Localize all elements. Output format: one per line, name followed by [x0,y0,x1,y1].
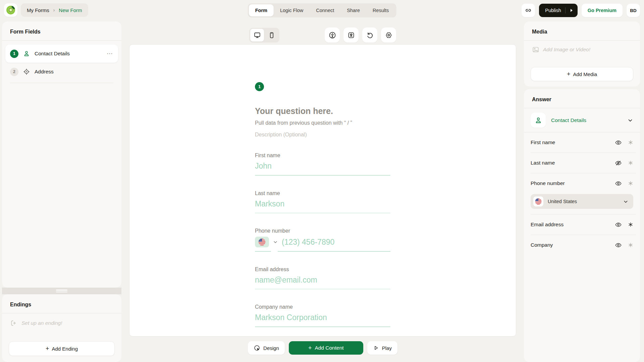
tab-connect[interactable]: Connect [310,4,340,16]
tab-share[interactable]: Share [340,4,366,16]
target-icon [23,68,30,75]
last-name-field: Last name Markson [255,190,390,214]
breadcrumb: My Forms › New Form [21,3,88,17]
email-field: Email address name@email.com [255,266,390,290]
answer-panel: Answer Contact Details First name [524,89,640,362]
field-label: Company name [255,304,390,310]
sidebar-item-label: Contact Details [35,51,102,57]
undo-button[interactable] [362,27,377,43]
person-icon [531,113,546,128]
last-name-input[interactable]: Markson [255,199,390,208]
breadcrumb-my-forms[interactable]: My Forms [27,7,49,13]
visibility-eye-icon[interactable] [615,180,622,187]
plus-icon: + [567,71,571,77]
settings-nut-icon [385,31,393,39]
accessibility-button[interactable] [325,27,340,43]
country-select-dropdown[interactable]: United States [531,194,633,209]
visibility-eye-icon[interactable] [615,242,622,249]
required-asterisk-icon[interactable] [628,160,633,166]
answer-title: Answer [524,89,640,108]
go-premium-button[interactable]: Go Premium [582,4,623,17]
required-asterisk-icon[interactable] [628,242,633,248]
sidebar-item-contact-details[interactable]: 1 Contact Details ⋯ [5,45,118,63]
phone-input[interactable]: (123) 456-7890 [282,238,334,247]
plus-icon: + [308,345,312,351]
required-asterisk-icon[interactable] [628,140,633,145]
kiwi-logo-icon [6,5,16,15]
desktop-view-button[interactable] [250,29,264,42]
visibility-eye-off-icon[interactable] [615,160,622,167]
question-title-input[interactable]: Your question here. [255,106,390,116]
smartphone-icon [268,32,275,39]
endings-empty-text: Set up an ending! [21,320,62,326]
add-media-label: Add Media [573,71,597,77]
monitor-icon [254,32,261,39]
top-bar: My Forms › New Form Form Logic Flow Conn… [0,0,644,21]
publish-button[interactable]: Publish [539,4,578,17]
form-fields-panel: Form Fields 1 Contact Details ⋯ 2 [2,21,121,288]
visibility-eye-icon[interactable] [615,221,622,228]
copy-link-button[interactable] [522,4,535,17]
endings-title: Endings [2,294,121,313]
plus-icon: + [46,346,49,352]
email-input[interactable]: name@email.com [255,276,390,285]
question-number-badge: 1 [255,82,264,91]
visibility-eye-icon[interactable] [615,139,622,146]
sidebar-item-address[interactable]: 2 Address [5,63,118,81]
input-underline [255,175,390,176]
tab-form[interactable]: Form [249,4,274,16]
design-button[interactable]: Design [248,341,285,355]
company-input[interactable]: Markson Corporation [255,313,390,322]
play-icon [373,345,379,351]
translate-button[interactable] [343,27,359,43]
play-button[interactable]: Play [367,341,397,355]
input-underline [255,326,390,327]
add-ending-label: Add Ending [52,346,78,352]
endings-panel: Endings Set up an ending! + Add Ending [2,294,121,362]
design-icon [254,345,260,351]
main-nav-tabs: Form Logic Flow Connect Share Results [248,3,396,17]
mobile-view-button[interactable] [265,29,278,42]
settings-button[interactable] [381,27,396,43]
undo-icon [366,31,374,39]
design-label: Design [263,345,279,351]
answer-row-label: Phone number [531,180,615,186]
answer-row-company: Company [524,235,640,255]
media-empty-text: Add Image or Video! [543,47,590,53]
translate-icon [347,31,355,39]
input-underline [255,289,390,290]
left-sidebar: Form Fields 1 Contact Details ⋯ 2 [2,21,121,362]
chevron-down-icon [627,117,633,123]
field-label: Phone number [255,228,390,234]
us-flag-icon [258,238,266,246]
add-media-button[interactable]: + Add Media [531,67,633,81]
user-avatar[interactable]: BD [627,4,640,17]
country-flag-button[interactable] [255,237,269,247]
question-hint-text: Pull data from previous question with “ … [255,120,390,126]
device-toggle [249,28,279,43]
app-logo[interactable] [4,3,17,17]
add-ending-button[interactable]: + Add Ending [9,341,115,356]
question-description-input[interactable]: Description (Optional) [255,132,390,138]
required-asterisk-icon[interactable] [628,181,633,186]
media-panel: Media Add Image or Video! + Add Media [524,21,640,86]
answer-block-contact-details[interactable]: Contact Details [524,108,640,132]
answer-row-label: Email address [531,222,615,228]
person-icon [23,50,30,57]
add-content-button[interactable]: + Add Content [289,341,363,355]
first-name-input[interactable]: John [255,162,390,171]
required-asterisk-icon[interactable] [628,222,633,227]
divider [10,83,113,83]
publish-arrow-icon [570,8,574,12]
chevron-down-icon[interactable] [273,239,278,245]
chevron-down-icon [623,199,629,204]
panel-resize-gap [2,288,121,294]
tab-logic-flow[interactable]: Logic Flow [274,4,310,16]
answer-row-last-name: Last name [524,153,640,173]
resize-handle[interactable] [56,290,67,292]
image-icon [532,46,539,53]
right-sidebar: Media Add Image or Video! + Add Media An… [524,21,640,362]
field-label: Email address [255,266,390,273]
tab-results[interactable]: Results [366,4,395,16]
item-menu-icon[interactable]: ⋯ [107,50,113,57]
